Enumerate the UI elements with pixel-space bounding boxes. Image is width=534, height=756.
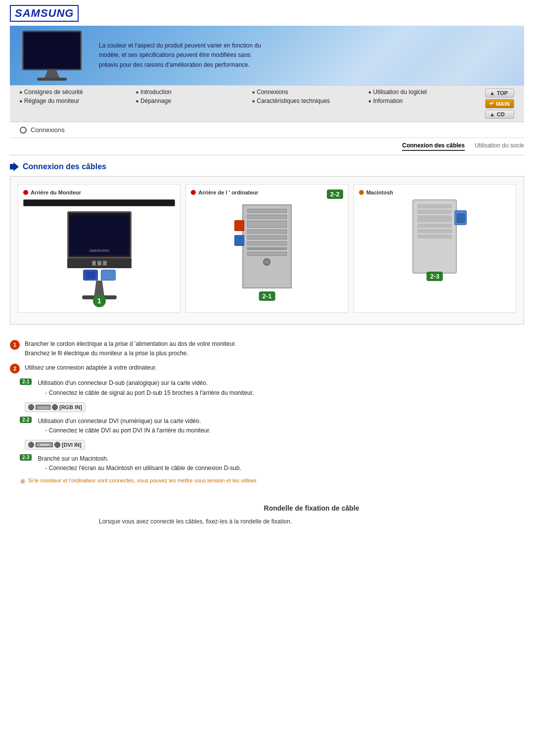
pc-tower [242, 204, 292, 288]
diagram-section-pc: Arrière de l ' ordinateur [185, 184, 348, 313]
port-dvi-circle-right [54, 442, 60, 448]
instruction-2-3-text: Branché sur un Macintosh. - Connectez l'… [38, 454, 241, 473]
port-circle-right [52, 404, 58, 410]
port-dvi-label: [DVI IN] [62, 442, 82, 448]
dot-red-monitor [23, 190, 28, 195]
nav-grid: Consignes de sécurité Introduction Conne… [20, 89, 480, 104]
dot-red-pc [191, 190, 196, 195]
arrow-cd-icon: ▲ [490, 111, 495, 117]
diagram-inner: Arrière du Moniteur SAMSUNG [18, 184, 516, 313]
cd-button[interactable]: ▲ CD [485, 110, 514, 119]
tabs-row: Connexion des câbles Utilisation du socl… [0, 138, 534, 155]
arrow-up-icon: ▲ [490, 90, 495, 96]
dot-orange-mac [359, 190, 364, 195]
rondelle-title: Rondelle de fixation de câble [99, 504, 524, 512]
header: SAMSUNG [0, 0, 534, 26]
tab-connexion-cables[interactable]: Connexion des câbles [402, 142, 465, 151]
nav-item-introduction[interactable]: Introduction [136, 89, 247, 95]
diagram-pc-label: Arrière de l ' ordinateur [191, 189, 343, 195]
rondelle-text: Lorsque vous avez connecté les câbles, f… [99, 517, 524, 526]
badge-23: 2-3 [427, 272, 443, 281]
badge-21: 2-1 [259, 291, 275, 301]
nav-buttons: ▲ TOP ↵ MAIN ▲ CD [485, 89, 514, 119]
instruction-1-text: Brancher le cordon électrique a la prise… [25, 339, 236, 358]
nav-item-reglage[interactable]: Réglage du moniteur [20, 97, 131, 104]
port-dvi-circle-left [28, 442, 34, 448]
badge-21-label: 2-1 [20, 378, 32, 385]
banner-text: La couleur et l'aspect du produit peuven… [89, 41, 262, 70]
badge-1: 1 [93, 294, 106, 307]
diagram-section-mac: Macintosh [354, 184, 516, 313]
nav-item-information[interactable]: Information [369, 97, 480, 104]
port-rgb-in: [RGB IN] [25, 402, 86, 412]
monitor-illustration: SAMSUNG [23, 211, 175, 299]
badge-circle-2: 2 [10, 364, 20, 374]
badge-circle-1: 1 [10, 340, 20, 350]
instruction-2-3: 2-3 Branché sur un Macintosh. - Connecte… [20, 454, 524, 473]
heading-arrow-icon [10, 162, 19, 171]
samsung-logo: SAMSUNG [10, 5, 79, 22]
tab-utilisation-socle[interactable]: Utilisation du socle [475, 142, 524, 151]
diagram-monitor-label: Arrière du Moniteur [23, 189, 175, 195]
breadcrumb-text: Connexions [31, 126, 65, 134]
top-button[interactable]: ▲ TOP [485, 89, 514, 97]
instructions: 1 Brancher le cordon électrique a la pri… [0, 334, 534, 494]
instruction-2-1: 2-1 Utilisation d'un connecteur D-sub (a… [20, 378, 524, 397]
arrow-main-icon: ↵ [490, 100, 494, 107]
note-text: Si le moniteur et l'ordinateur sont conn… [28, 477, 258, 485]
top-button-label: TOP [497, 90, 508, 96]
banner-monitor-image [15, 31, 89, 80]
nav-item-logiciel[interactable]: Utilisation du logiciel [369, 89, 480, 95]
section-title: Connexion des câbles [23, 162, 106, 171]
banner: La couleur et l'aspect du produit peuven… [10, 26, 524, 85]
breadcrumb-icon [20, 127, 27, 134]
diagram-box: Arrière du Moniteur SAMSUNG [10, 176, 524, 325]
instruction-2-2-text: Utilisation d'un connecteur DVI (numériq… [38, 417, 210, 435]
port-rect-rgb [36, 405, 50, 410]
monitor-back-panel [67, 258, 132, 268]
port-circle-left [28, 404, 34, 410]
nav-item-connexions[interactable]: Connexions [252, 89, 363, 95]
main-button[interactable]: ↵ MAIN [485, 99, 514, 108]
badge-23-label: 2-3 [20, 454, 32, 461]
main-button-label: MAIN [496, 101, 510, 107]
monitor-screen-illus: SAMSUNG [67, 211, 132, 258]
badge-22-diagram: 2-2 [327, 189, 343, 199]
instruction-1: 1 Brancher le cordon électrique a la pri… [10, 339, 524, 358]
rondelle-section: Rondelle de fixation de câble Lorsque vo… [0, 494, 534, 536]
note-symbol: ※ [20, 477, 26, 485]
breadcrumb-bar: Connexions [10, 122, 524, 138]
nav-item-caracteristiques[interactable]: Caractéristiques techniques [252, 97, 363, 104]
nav-bar: Consignes de sécurité Introduction Conne… [10, 85, 524, 122]
badge-22-label: 2-2 [20, 417, 32, 423]
port-rgb-label: [RGB IN] [59, 404, 82, 410]
instruction-2-text: Utilisez une connexion adaptée à votre o… [25, 363, 157, 373]
section-heading: Connexion des câbles [0, 155, 534, 176]
instruction-2-2: 2-2 Utilisation d'un connecteur DVI (num… [20, 417, 524, 435]
instruction-2: 2 Utilisez une connexion adaptée à votre… [10, 363, 524, 374]
diagram-mac-label: Macintosh [359, 189, 511, 195]
cd-button-label: CD [497, 111, 505, 117]
monitor-stand-illus [94, 281, 104, 295]
mac-tower [412, 199, 457, 274]
nav-item-depannage[interactable]: Dépannage [136, 97, 247, 104]
instruction-2-1-text: Utilisation d'un connecteur D-sub (analo… [38, 378, 254, 397]
banner-decoration [400, 26, 524, 85]
nav-item-consignes[interactable]: Consignes de sécurité [20, 89, 131, 95]
diagram-section-monitor: Arrière du Moniteur SAMSUNG [18, 184, 180, 313]
note: ※ Si le moniteur et l'ordinateur sont co… [20, 477, 514, 485]
port-dvi-in: [DVI IN] [25, 440, 85, 450]
